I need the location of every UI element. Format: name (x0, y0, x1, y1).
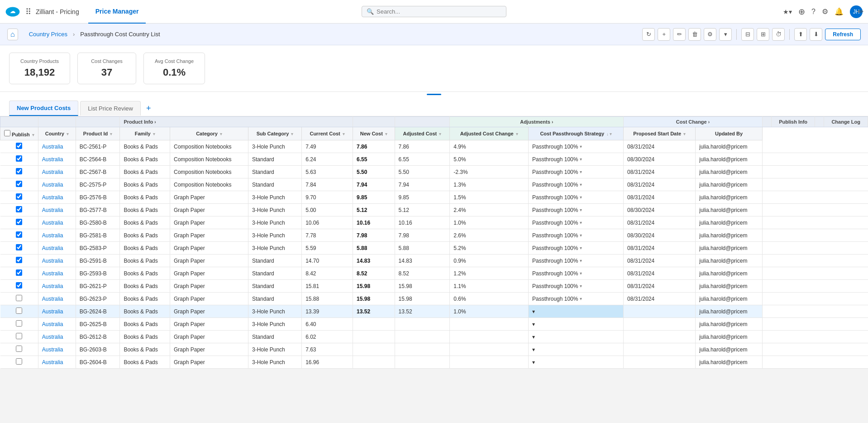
gear-icon[interactable]: ⚙ (822, 7, 828, 16)
cell-strategy[interactable]: ▾ (529, 331, 624, 343)
strategy-dropdown-icon[interactable]: ▾ (532, 321, 535, 327)
row-checkbox[interactable] (16, 346, 22, 352)
app-grid-icon[interactable]: ⠿ (25, 7, 31, 17)
cell-strategy[interactable]: Passthrough 100% ▾ (529, 216, 624, 229)
cell-publish[interactable] (0, 255, 38, 267)
cell-strategy[interactable]: Passthrough 100% ▾ (529, 204, 624, 216)
cell-strategy[interactable]: Passthrough 100% ▾ (529, 255, 624, 267)
row-checkbox[interactable] (16, 269, 22, 276)
row-checkbox[interactable] (16, 181, 22, 187)
cell-publish[interactable] (0, 216, 38, 229)
strategy-dropdown-icon[interactable]: ▾ (580, 169, 582, 174)
clock-icon[interactable]: ⏱ (772, 28, 785, 41)
add-tab-button[interactable]: + (143, 104, 155, 113)
cell-strategy[interactable]: Passthrough 100% ▾ (529, 166, 624, 178)
cell-strategy[interactable]: Passthrough 100% ▾ (529, 191, 624, 204)
row-checkbox[interactable] (16, 320, 22, 327)
cell-strategy[interactable]: ▾ (529, 343, 624, 356)
row-checkbox[interactable] (16, 219, 22, 225)
strategy-dropdown-icon[interactable]: ▾ (580, 220, 582, 225)
strategy-dropdown-icon[interactable]: ▾ (580, 144, 582, 149)
tab-price-manager[interactable]: Price Manager (88, 0, 146, 24)
cell-strategy[interactable]: Passthrough 100% ▾ (529, 140, 624, 153)
col-header-new-cost[interactable]: New Cost ▾ (353, 127, 395, 140)
strategy-dropdown-icon[interactable]: ▾ (532, 359, 535, 365)
cell-publish[interactable] (0, 356, 38, 369)
chevron-down-icon[interactable]: ▾ (719, 28, 732, 41)
pencil-icon[interactable]: ✏ (858, 7, 863, 16)
cell-publish[interactable] (0, 229, 38, 242)
filter-icon[interactable]: ⊟ (741, 28, 754, 41)
select-all-checkbox[interactable] (4, 130, 10, 136)
refresh-small-icon[interactable]: ↻ (642, 28, 655, 41)
strategy-dropdown-icon[interactable]: ▾ (580, 245, 582, 250)
strategy-dropdown-icon[interactable]: ▾ (580, 157, 582, 162)
cell-publish[interactable] (0, 343, 38, 356)
row-checkbox[interactable] (16, 358, 22, 365)
breadcrumb-country-prices[interactable]: Country Prices (29, 31, 67, 38)
tab-new-product-costs[interactable]: New Product Costs (9, 101, 78, 116)
row-checkbox[interactable] (16, 295, 22, 301)
strategy-dropdown-icon[interactable]: ▾ (580, 258, 582, 263)
row-checkbox[interactable] (16, 143, 22, 149)
strategy-dropdown-icon[interactable]: ▾ (580, 296, 582, 301)
cell-strategy[interactable]: Passthrough 100% ▾ (529, 153, 624, 166)
strategy-dropdown-icon[interactable]: ▾ (532, 334, 535, 340)
settings-icon[interactable]: ⚙ (704, 28, 716, 41)
cell-publish[interactable] (0, 204, 38, 216)
cell-strategy[interactable]: Passthrough 100% ▾ (529, 267, 624, 280)
col-header-strategy[interactable]: Cost Passthrough Strategy ↓▾ (529, 127, 624, 140)
cell-strategy[interactable]: Passthrough 100% ▾ (529, 229, 624, 242)
search-input[interactable] (377, 8, 501, 15)
strategy-dropdown-icon[interactable]: ▾ (532, 346, 535, 353)
col-header-adjusted-cost[interactable]: Adjusted Cost ▾ (395, 127, 450, 140)
cell-strategy[interactable]: ▾ (529, 356, 624, 369)
col-header-country[interactable]: Country ▾ (38, 127, 76, 140)
cell-strategy[interactable]: Passthrough 100% ▾ (529, 293, 624, 305)
row-checkbox[interactable] (16, 257, 22, 263)
col-header-current-cost[interactable]: Current Cost ▾ (302, 127, 353, 140)
cell-publish[interactable] (0, 242, 38, 255)
col-header-family[interactable]: Family ▾ (120, 127, 170, 140)
row-checkbox[interactable] (16, 168, 22, 174)
favorites-icon[interactable]: ★▾ (783, 8, 792, 15)
cell-strategy[interactable]: Passthrough 100% ▾ (529, 178, 624, 191)
col-header-proposed-start-date[interactable]: Proposed Start Date ▾ (624, 127, 696, 140)
col-header-product-id[interactable]: Product Id ▾ (76, 127, 120, 140)
plus-icon[interactable]: ⊕ (798, 7, 805, 17)
col-header-adjusted-cost-change[interactable]: Adjusted Cost Change ▾ (450, 127, 529, 140)
cell-publish[interactable] (0, 267, 38, 280)
cell-publish[interactable] (0, 280, 38, 293)
cell-strategy[interactable]: ▾ (529, 318, 624, 331)
strategy-dropdown-icon[interactable]: ▾ (580, 284, 582, 288)
row-checkbox[interactable] (16, 155, 22, 162)
edit-icon[interactable]: ✏ (673, 28, 686, 41)
download-icon[interactable]: ⬇ (810, 28, 822, 41)
cell-publish[interactable] (0, 318, 38, 331)
col-header-updated-by[interactable]: Updated By (696, 127, 763, 140)
row-checkbox[interactable] (16, 282, 22, 288)
cell-publish[interactable] (0, 293, 38, 305)
row-checkbox[interactable] (16, 244, 22, 250)
cell-strategy[interactable]: Passthrough 100% ▾ (529, 280, 624, 293)
strategy-dropdown-icon[interactable]: ▾ (580, 207, 582, 212)
strategy-dropdown-icon[interactable]: ▾ (580, 271, 582, 276)
cell-publish[interactable] (0, 166, 38, 178)
refresh-button[interactable]: Refresh (825, 29, 861, 40)
col-header-publish[interactable]: Publish ▾ (0, 127, 38, 140)
add-icon[interactable]: + (658, 28, 670, 41)
col-header-category[interactable]: Category ▾ (170, 127, 248, 140)
cell-strategy[interactable]: Passthrough 100% ▾ (529, 242, 624, 255)
tab-list-price-review[interactable]: List Price Review (80, 101, 141, 115)
cell-publish[interactable] (0, 178, 38, 191)
cell-publish[interactable] (0, 191, 38, 204)
row-checkbox[interactable] (16, 193, 22, 200)
row-checkbox[interactable] (16, 231, 22, 238)
home-icon[interactable]: ⌂ (7, 29, 18, 40)
upload-icon[interactable]: ⬆ (794, 28, 807, 41)
col-header-sub-category[interactable]: Sub Category ▾ (248, 127, 302, 140)
strategy-dropdown-icon[interactable]: ▾ (532, 308, 535, 315)
delete-icon[interactable]: 🗑 (688, 28, 701, 41)
strategy-dropdown-icon[interactable]: ▾ (580, 182, 582, 187)
search-bar[interactable]: 🔍 (362, 6, 506, 17)
